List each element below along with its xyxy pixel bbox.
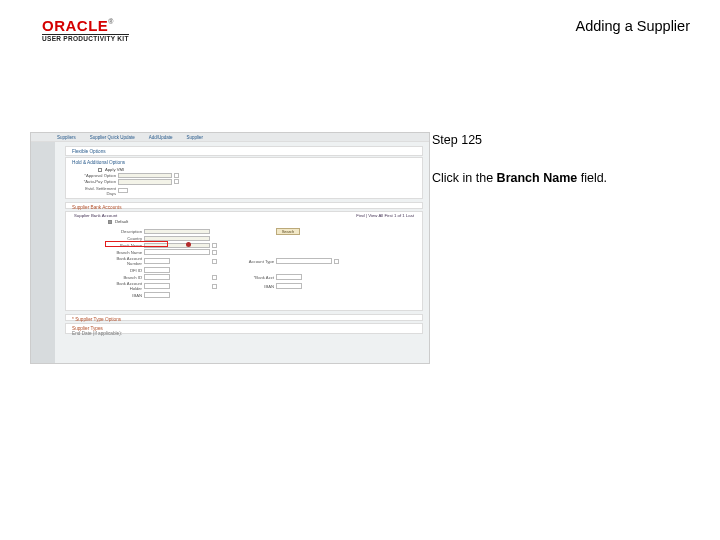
lookup-icon[interactable] bbox=[212, 284, 217, 289]
iban-right-label: IBAN bbox=[234, 284, 274, 289]
apply-vmi-check[interactable] bbox=[98, 168, 102, 172]
default-check[interactable] bbox=[108, 220, 112, 224]
bank-name-label: Bank Name bbox=[104, 243, 142, 248]
nav-item[interactable]: Suppliers bbox=[57, 135, 76, 140]
hold-additional-panel: Hold & Additional Options Apply VMI *App… bbox=[65, 157, 423, 199]
settlement-days-label: Estd. Settlement Days bbox=[76, 186, 116, 196]
step-instruction: Click in the Branch Name field. bbox=[432, 170, 647, 186]
flexible-options-panel: Flexible Options bbox=[65, 146, 423, 156]
oracle-logo: ORACLE® USER PRODUCTIVITY KIT bbox=[42, 18, 129, 43]
lookup-icon[interactable] bbox=[212, 243, 217, 248]
app-screenshot: Suppliers Supplier Quick Update Add/Upda… bbox=[30, 132, 430, 364]
default-label: Default bbox=[115, 219, 128, 224]
bank-acct-label: *Bank Acct bbox=[234, 275, 274, 280]
nav-item[interactable]: Add/Update bbox=[149, 135, 173, 140]
panel-title: Hold & Additional Options bbox=[66, 158, 422, 166]
supplier-bank-accounts-panel: Supplier Bank Accounts bbox=[65, 202, 423, 209]
branch-name-field[interactable] bbox=[144, 249, 210, 255]
callout-marker-icon bbox=[186, 242, 191, 247]
instruction-panel: Step 125 Click in the Branch Name field. bbox=[432, 132, 647, 187]
step-number: Step 125 bbox=[432, 132, 647, 148]
dfi-id-label: DFI ID bbox=[104, 268, 142, 273]
instruction-post: field. bbox=[577, 171, 607, 185]
country-field[interactable] bbox=[144, 236, 210, 242]
autopay-option-field[interactable] bbox=[118, 179, 172, 185]
supplier-type-options-panel: * Supplier Type Options bbox=[65, 314, 423, 321]
doc-header: ORACLE® USER PRODUCTIVITY KIT Adding a S… bbox=[42, 18, 690, 54]
supplier-bank-account-panel: Supplier Bank Account Find | View All Fi… bbox=[65, 211, 423, 311]
description-field[interactable] bbox=[144, 229, 210, 235]
search-button[interactable]: Search bbox=[276, 228, 300, 235]
lookup-icon[interactable] bbox=[212, 259, 217, 264]
panel-title: Flexible Options bbox=[66, 147, 422, 156]
settlement-days-field[interactable] bbox=[118, 188, 128, 194]
oracle-wordmark: ORACLE® bbox=[42, 18, 129, 34]
bank-acct-field[interactable] bbox=[276, 274, 302, 280]
nav-item[interactable]: Supplier bbox=[187, 135, 204, 140]
bank-name-field[interactable] bbox=[144, 243, 210, 249]
bank-account-holder-field[interactable] bbox=[144, 283, 170, 289]
approval-option-label: *Approval Option bbox=[76, 173, 116, 178]
lookup-icon[interactable] bbox=[212, 250, 217, 255]
lookup-icon[interactable] bbox=[334, 259, 339, 264]
account-type-label: Account Type bbox=[234, 259, 274, 264]
bank-account-number-label: Bank Account Number bbox=[104, 256, 142, 266]
branch-id-field[interactable] bbox=[144, 274, 170, 280]
bank-account-number-field[interactable] bbox=[144, 258, 170, 264]
lookup-icon[interactable] bbox=[212, 275, 217, 280]
country-label: Country bbox=[104, 236, 142, 241]
instruction-field-name: Branch Name bbox=[497, 171, 578, 185]
lookup-icon[interactable] bbox=[174, 179, 179, 184]
panel-title: Supplier Bank Account bbox=[74, 213, 117, 218]
branch-id-label: Branch ID bbox=[104, 275, 142, 280]
left-gutter bbox=[31, 142, 55, 363]
page-title: Adding a Supplier bbox=[576, 18, 690, 34]
autopay-option-label: *Auto-Pay Option bbox=[76, 179, 116, 184]
instruction-pre: Click in the bbox=[432, 171, 497, 185]
branch-name-label: Branch Name bbox=[104, 250, 142, 255]
dfi-id-field[interactable] bbox=[144, 267, 170, 273]
account-type-field[interactable] bbox=[276, 258, 332, 264]
approval-option-field[interactable] bbox=[118, 173, 172, 179]
iban-right-field[interactable] bbox=[276, 283, 302, 289]
lookup-icon[interactable] bbox=[174, 173, 179, 178]
oracle-upk-label: USER PRODUCTIVITY KIT bbox=[42, 34, 129, 43]
description-label: Description bbox=[104, 229, 142, 234]
iban-label: IBAN bbox=[104, 293, 142, 298]
breadcrumb: Suppliers Supplier Quick Update Add/Upda… bbox=[31, 133, 429, 142]
apply-vmi-label: Apply VMI bbox=[105, 167, 124, 172]
end-date-label: End Date (if applicable): bbox=[72, 331, 122, 336]
nav-item[interactable]: Supplier Quick Update bbox=[90, 135, 135, 140]
record-nav[interactable]: Find | View All First 1 of 1 Last bbox=[356, 213, 414, 218]
iban-field[interactable] bbox=[144, 292, 170, 298]
bank-account-holder-label: Bank Account Holder bbox=[104, 281, 142, 291]
supplier-types-panel: Supplier Types End Date (if applicable): bbox=[65, 323, 423, 334]
